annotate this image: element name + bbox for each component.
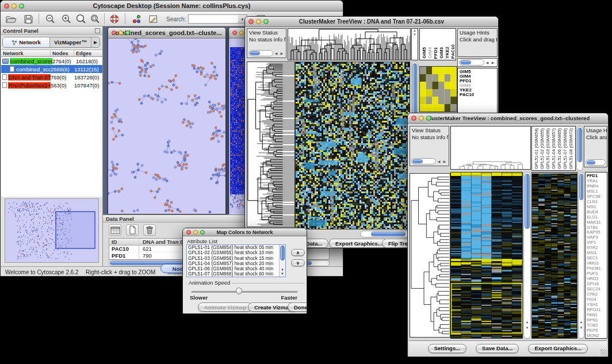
gene-list-item[interactable]: PAN1: [587, 313, 607, 318]
heatmap-panel[interactable]: [295, 62, 410, 229]
move-down-button[interactable]: ∨: [291, 259, 305, 266]
attribute-list-item[interactable]: GPL51-04 (GSM857) heat shock 20 min: [187, 261, 279, 266]
gene-list-item[interactable]: MON2: [587, 334, 607, 339]
minimize-button[interactable]: [239, 30, 244, 35]
gene-list-item[interactable]: PHO81: [587, 266, 607, 271]
attribute-select-icon[interactable]: [109, 224, 121, 236]
export-graphics-button[interactable]: Export Graphics...: [528, 344, 588, 353]
gene-list-item[interactable]: RPN1: [587, 318, 607, 323]
treeview1-titlebar[interactable]: ClusterMaker TreeView : DNA and Tran 07-…: [245, 17, 498, 27]
column-dendrogram-panel[interactable]: [450, 126, 531, 170]
zoom-button[interactable]: [200, 230, 205, 235]
zoom-button[interactable]: [263, 19, 269, 24]
close-button[interactable]: [112, 30, 116, 35]
network-overview-canvas[interactable]: [5, 199, 98, 262]
gene-list-item[interactable]: YSH1: [587, 302, 607, 308]
gene-list-item[interactable]: MAK31: [587, 220, 607, 225]
zoom-button[interactable]: [426, 116, 431, 121]
row-dendrogram-panel[interactable]: [247, 62, 295, 227]
speed-slider-track[interactable]: [191, 291, 298, 293]
attribute-listbox[interactable]: GPL51-01 (GSM854) heat shock 05 minGPL51…: [186, 244, 286, 277]
gene-list-item[interactable]: ELG1: [587, 215, 607, 220]
network-graph-canvas[interactable]: [108, 39, 225, 214]
network-overview-panel[interactable]: [5, 198, 99, 263]
network-view-1-titlebar[interactable]: combined_scores_good.txt--cluste...: [108, 28, 225, 39]
global-vscrollbar[interactable]: ▲▼: [578, 172, 584, 339]
tab-network[interactable]: Network: [3, 37, 50, 47]
attribute-list-item[interactable]: GPL51-07 (GSM868) heat shock 60 min: [187, 271, 279, 277]
vizmapper-nodes-icon[interactable]: [129, 13, 143, 25]
heatmap-vscrollbar[interactable]: ▲▼: [523, 172, 531, 339]
minimize-button[interactable]: [419, 116, 424, 121]
annotation-icon[interactable]: [147, 13, 160, 25]
save-icon[interactable]: [21, 13, 35, 25]
tab-overflow-arrow[interactable]: ▶: [91, 37, 100, 47]
animate-vizmap-button[interactable]: Animate Vizmap: [198, 302, 253, 312]
gene-list-item[interactable]: BUD4: [587, 210, 607, 215]
zoom-selected-icon[interactable]: [74, 13, 88, 25]
attribute-list-item[interactable]: GPL51-03 (GSM856) heat shock 15 min: [187, 256, 279, 261]
gene-list-item[interactable]: VIP1: [587, 240, 607, 246]
gene-list-item[interactable]: SEC1: [587, 256, 607, 261]
gene-list-item[interactable]: YKE2: [460, 88, 497, 93]
zoom-button[interactable]: [19, 3, 24, 9]
gene-list-item[interactable]: GIM3: [460, 83, 497, 88]
gene-list-item[interactable]: GIM5: [460, 70, 497, 74]
gene-list-item[interactable]: GIM4: [460, 74, 497, 79]
tab-vizmapper[interactable]: VizMapper™: [50, 37, 91, 47]
new-attribute-icon[interactable]: [126, 224, 139, 236]
gene-list-item[interactable]: PEP5: [587, 328, 607, 334]
close-button[interactable]: [248, 19, 254, 24]
attribute-list-vscrollbar[interactable]: ▲▼: [279, 245, 285, 277]
gene-list-item[interactable]: YRA1: [587, 179, 607, 184]
dialog-titlebar[interactable]: Map Colors to Network: [183, 228, 307, 236]
row-dendrogram-panel[interactable]: [410, 173, 450, 338]
speed-slider-thumb[interactable]: [236, 288, 242, 294]
gene-list[interactable]: PFD1YRA1RNR4MSL1SPC98CLN1NIS1BUD4ELG1MAK…: [585, 172, 607, 339]
gene-list-item[interactable]: PAC10: [460, 93, 497, 97]
gene-list-item[interactable]: MSL1: [587, 189, 607, 194]
gene-list-item[interactable]: HMG1: [587, 261, 607, 266]
global-heatmap-panel[interactable]: [531, 172, 577, 339]
network-list-row[interactable]: RNAPuberNov2+ 563(0) 107847(0): [1, 81, 102, 89]
gene-list-item[interactable]: MSI1: [587, 251, 607, 256]
gene-list-item[interactable]: TCB3: [587, 323, 607, 328]
gene-list-item[interactable]: NIS1: [587, 205, 607, 210]
close-button[interactable]: [232, 30, 237, 35]
attribute-list-item[interactable]: GPL51-01 (GSM854) heat shock 05 min: [187, 245, 279, 250]
settings-button[interactable]: Settings...: [428, 344, 466, 353]
gene-list-item[interactable]: HRD3: [587, 277, 607, 282]
global-matrix-panel[interactable]: [419, 66, 457, 112]
network-list-row[interactable]: combined_sco 2569(6) 13112(15): [1, 65, 102, 73]
move-up-button[interactable]: ∧: [291, 249, 305, 256]
done-button[interactable]: Done: [288, 302, 307, 312]
gene-list-item[interactable]: CPA2: [587, 292, 607, 297]
dendrogram-scroll-gap[interactable]: ▲▼: [411, 28, 418, 60]
attribute-list-item[interactable]: GPL51-02 (GSM855) heat shock 10 min: [187, 250, 279, 255]
usage-hints-scrollbar[interactable]: [586, 159, 606, 166]
minimize-button[interactable]: [118, 30, 123, 35]
close-button[interactable]: [186, 230, 191, 235]
gene-list-item[interactable]: SEC24: [587, 287, 607, 292]
zoom-in-icon[interactable]: [59, 13, 73, 25]
gene-list-item[interactable]: SPC98: [587, 194, 607, 200]
gene-list-item[interactable]: GPI16: [587, 282, 607, 287]
zoom-button[interactable]: [125, 30, 130, 35]
usage-hints-scrollbar[interactable]: ◀▶: [459, 59, 496, 66]
main-titlebar[interactable]: Cytoscape Desktop (Session Name: collins…: [1, 1, 343, 12]
column-labels-vscrollbar[interactable]: [576, 126, 583, 171]
open-file-icon[interactable]: [4, 13, 18, 25]
gene-list-item[interactable]: GTB1: [587, 225, 607, 231]
column-dendrogram-panel[interactable]: [288, 28, 411, 60]
gene-list-item[interactable]: HAP3: [587, 235, 607, 240]
minimize-button[interactable]: [256, 19, 261, 24]
float-panel-icon[interactable]: [95, 28, 100, 33]
close-button[interactable]: [4, 3, 9, 9]
gene-list-item[interactable]: PFD1: [460, 79, 497, 83]
export-graphics-button[interactable]: Export Graphics...: [329, 239, 389, 248]
heatmap-panel[interactable]: [450, 172, 523, 339]
help-lifering-icon[interactable]: [108, 13, 121, 25]
save-data-button[interactable]: Save Data...: [476, 344, 519, 353]
gene-list-item[interactable]: RPO21: [587, 308, 607, 313]
network-list-row[interactable]: DNA and Tran 07 769(0) 183728(0): [1, 73, 102, 81]
